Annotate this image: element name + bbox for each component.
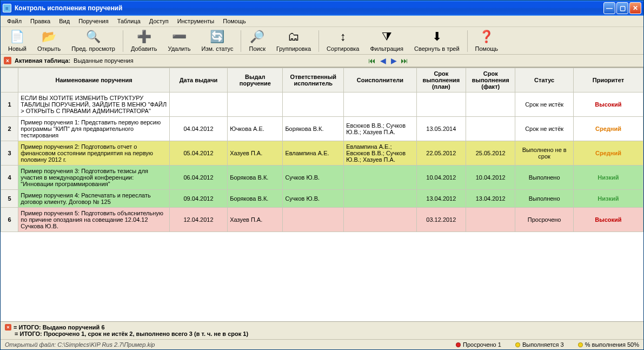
cell-fact: 25.05.2012 <box>466 141 515 166</box>
фильтрация-icon: ⧩ <box>379 29 394 44</box>
col-header-5[interactable]: Соисполнители <box>344 68 416 93</box>
col-header-3[interactable]: Выдал поручение <box>228 68 283 93</box>
пред-просмотр-icon: 🔍 <box>86 29 101 44</box>
toolbar-помощь[interactable]: ❓Помощь <box>470 28 504 54</box>
cell-date: 06.04.2012 <box>169 166 228 190</box>
toolbar-сортировка[interactable]: ↕Сортировка <box>321 28 364 54</box>
toolbar-label: Свернуть в трей <box>414 45 460 52</box>
toolbar-separator <box>241 30 241 52</box>
maximize-button[interactable]: ▢ <box>616 2 628 14</box>
nav-last-icon[interactable]: ⏭ <box>400 56 409 65</box>
cell-plan: 10.04.2012 <box>416 166 466 190</box>
cell-coexecutors: Евлампина А.Е.; Евсюков В.В.; Сучков Ю.В… <box>344 141 416 166</box>
nav-next-icon[interactable]: ▶ <box>389 56 399 65</box>
table-row[interactable]: 4Пример поручения 3: Подготовить тезисы … <box>1 166 643 190</box>
toolbar-открыть[interactable]: 📂Открыть <box>32 28 66 54</box>
cell-coexecutors <box>344 208 416 232</box>
помощь-icon: ❓ <box>479 29 494 44</box>
col-header-9[interactable]: Приоритет <box>573 68 643 93</box>
nav-arrows: ⏮ ◀ ▶ ⏭ <box>367 56 409 65</box>
col-header-8[interactable]: Статус <box>515 68 574 93</box>
cell-name: Пример поручения 1: Представить первую в… <box>18 117 170 141</box>
menu-item-инструменты[interactable]: Инструменты <box>173 17 219 25</box>
cell-status: Выполнено <box>515 166 574 190</box>
cell-coexecutors <box>344 190 416 208</box>
toolbar-добавить[interactable]: ➕Добавить <box>125 28 163 54</box>
toolbar-изм-статус[interactable]: 🔄Изм. статус <box>196 28 239 54</box>
close-button[interactable]: ✕ <box>629 2 641 14</box>
toolbar-поиск[interactable]: 🔎Поиск <box>243 28 270 54</box>
cell-date: 12.04.2012 <box>169 208 228 232</box>
tasks-table[interactable]: Наименование порученияДата выдачиВыдал п… <box>1 68 643 232</box>
menu-item-таблица[interactable]: Таблица <box>113 17 145 25</box>
toolbar-separator <box>123 30 123 52</box>
table-row[interactable]: 5Пример поручения 4: Распечатать и перес… <box>1 190 643 208</box>
cell-issuer <box>228 93 283 117</box>
cell-plan: 03.12.2012 <box>416 208 466 232</box>
toolbar-свернуть-в-трей[interactable]: ⬇Свернуть в трей <box>409 28 465 54</box>
col-header-4[interactable]: Ответственный исполнитель <box>283 68 344 93</box>
toolbar-группировка[interactable]: 🗂Группировка <box>271 28 316 54</box>
table-row[interactable]: 2Пример поручения 1: Представить первую … <box>1 117 643 141</box>
table-row[interactable]: 1ЕСЛИ ВЫ ХОТИТЕ ИЗМЕНИТЬ СТРУКТУРУ ТАБЛИ… <box>1 93 643 117</box>
summary-line-2: = ИТОГО: Просрочено 1, срок не истёк 2, … <box>5 331 639 337</box>
cell-issuer: Хазуев П.А. <box>228 141 283 166</box>
toolbar-label: Поиск <box>249 45 265 52</box>
table-row[interactable]: 3Пример поручения 2: Подготовить отчет о… <box>1 141 643 166</box>
menu-item-помощь[interactable]: Помощь <box>218 17 250 25</box>
status-percent: % выполнения 50% <box>578 341 639 348</box>
cell-fact <box>466 208 515 232</box>
cell-responsible: Сучков Ю.В. <box>283 166 344 190</box>
toolbar-удалить[interactable]: ➖Удалить <box>163 28 196 54</box>
удалить-icon: ➖ <box>172 29 187 44</box>
active-table-strip: × Активная таблица: Выданные поручения ⏮… <box>1 55 643 67</box>
menu-item-файл[interactable]: Файл <box>3 17 26 25</box>
menu-item-вид[interactable]: Вид <box>55 17 74 25</box>
status-running: Выполняется 3 <box>515 341 564 348</box>
сортировка-icon: ↕ <box>335 29 350 44</box>
cell-rownum: 2 <box>1 117 18 141</box>
dot-yellow2-icon <box>578 342 583 347</box>
toolbar-label: Группировка <box>276 45 311 52</box>
toolbar-label: Открыть <box>37 45 61 52</box>
поиск-icon: 🔎 <box>250 29 265 44</box>
toolbar-пред-просмотр[interactable]: 🔍Пред. просмотр <box>66 28 121 54</box>
toolbar-label: Добавить <box>131 45 157 52</box>
minimize-button[interactable]: — <box>603 2 615 14</box>
toolbar-фильтрация[interactable]: ⧩Фильтрация <box>364 28 408 54</box>
cell-status: Выполнено <box>515 190 574 208</box>
cell-status: Просрочено <box>515 208 574 232</box>
cell-responsible: Сучков Ю.В. <box>283 190 344 208</box>
menu-item-доступ[interactable]: Доступ <box>145 17 173 25</box>
dot-red-icon <box>456 342 461 347</box>
nav-prev-icon[interactable]: ◀ <box>378 56 388 65</box>
col-header-7[interactable]: Срок выполнения (факт) <box>466 68 515 93</box>
window-title: Контроль исполнения поручений <box>15 4 603 12</box>
cell-fact: 10.04.2012 <box>466 166 515 190</box>
nav-first-icon[interactable]: ⏮ <box>367 56 377 65</box>
col-header-1[interactable]: Наименование поручения <box>18 68 170 93</box>
cell-priority: Низкий <box>573 190 643 208</box>
toolbar-label: Удалить <box>168 45 191 52</box>
cell-plan: 13.05.2014 <box>416 117 466 141</box>
col-header-6[interactable]: Срок выполнения (план) <box>416 68 466 93</box>
col-header-2[interactable]: Дата выдачи <box>169 68 228 93</box>
menu-item-поручения[interactable]: Поручения <box>74 17 113 25</box>
свернуть-в-трей-icon: ⬇ <box>429 29 444 44</box>
cell-date: 04.04.2012 <box>169 117 228 141</box>
cell-status: Срок не истёк <box>515 93 574 117</box>
col-header-0[interactable] <box>1 68 18 93</box>
cell-coexecutors <box>344 93 416 117</box>
toolbar-separator <box>467 30 468 52</box>
cell-responsible: Евлампина А.Е. <box>283 141 344 166</box>
menu-item-правка[interactable]: Правка <box>26 17 55 25</box>
summary-close-icon[interactable]: × <box>5 324 11 331</box>
close-table-icon[interactable]: × <box>4 57 11 64</box>
cell-priority: Средний <box>573 117 643 141</box>
cell-issuer: Борякова В.К. <box>228 166 283 190</box>
cell-status: Срок не истёк <box>515 117 574 141</box>
toolbar-label: Изм. статус <box>202 45 234 52</box>
toolbar-новый[interactable]: 📄Новый <box>3 28 32 54</box>
summary-line-1: = ИТОГО: Выдано поручений 6 <box>14 324 105 331</box>
table-row[interactable]: 6Пример поручения 5: Подготовить объясни… <box>1 208 643 232</box>
